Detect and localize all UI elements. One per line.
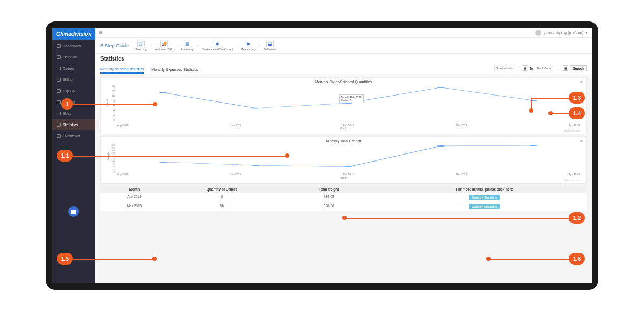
annotation-line: [73, 156, 286, 157]
annotation-line: [346, 218, 569, 219]
sidebar-chat-button[interactable]: [68, 206, 79, 217]
chat-icon: [71, 210, 76, 214]
svg-point-5: [159, 162, 167, 163]
tab-shipping-stats[interactable]: Monthly shipping statistics: [100, 65, 144, 74]
annotation-1-4: 1.4: [569, 107, 585, 119]
step-label: Add new SKU: [155, 48, 173, 51]
x-tick: Feb 2019: [343, 173, 354, 176]
sidebar-item-orders[interactable]: Orders: [52, 63, 95, 74]
tabs-row: Monthly shipping statistics Monthly Expe…: [95, 64, 592, 74]
annotation-dot: [342, 216, 347, 220]
y-ticks: 14121086420: [107, 85, 115, 121]
menu-toggle-icon[interactable]: ≡: [99, 30, 103, 35]
country-statistics-button[interactable]: Country Statistics: [469, 195, 500, 200]
to-label: To: [530, 67, 533, 70]
step-label: Create new ASN(Order): [202, 48, 233, 51]
chart-menu-icon[interactable]: ≡: [580, 80, 583, 85]
flag-icon: ▶: [245, 40, 252, 47]
sidebar-item-evaluation[interactable]: Evaluation: [52, 130, 95, 142]
sidebar-item-label: Top Up: [63, 89, 75, 93]
cell-month: Apr 2019: [100, 193, 169, 202]
chart-credit: Highcharts.com: [104, 179, 583, 182]
svg-point-6: [252, 165, 260, 166]
cart-icon: 🛒: [137, 40, 145, 47]
drop-icon: ◆: [214, 40, 221, 47]
sidebar-item-products[interactable]: Products: [52, 52, 95, 63]
setting-icon: [57, 100, 61, 104]
x-tick: Jan 2019: [230, 123, 241, 127]
products-icon: [57, 55, 61, 59]
chart-tooltip: Month: Feb 2019 Order: 7: [339, 94, 364, 103]
annotation-dot: [285, 153, 289, 158]
sidebar-item-label: Billing: [63, 78, 73, 82]
sidebar-item-label: Evaluation: [63, 134, 80, 138]
table-row: Mar 2019 56 328.36 Country Statistics: [100, 202, 587, 211]
tooltip-line2: Order: 7: [341, 99, 362, 102]
x-axis: Aug 2019 Jan 2019 Feb 2019 Mar 2019 Apr …: [117, 173, 580, 176]
sidebar-item-setting[interactable]: Setting: [52, 97, 95, 108]
svg-point-7: [344, 166, 353, 167]
search-button[interactable]: Search: [570, 65, 587, 71]
annotation-1-3: 1.3: [569, 92, 585, 104]
sidebar-item-label: Dashboard: [63, 44, 81, 48]
calendar-icon[interactable]: ▦: [523, 65, 528, 71]
x-tick: Apr 2019: [569, 123, 580, 127]
plot-area: [117, 144, 580, 171]
truck-icon: 🚚: [160, 40, 168, 47]
chevron-right-icon: ›: [197, 43, 199, 48]
svg-point-1: [252, 108, 260, 109]
step-label: Sourcing: [135, 48, 147, 51]
topup-icon: [57, 89, 61, 93]
box-icon: ⬓: [266, 40, 274, 47]
step-inventory[interactable]: ▦Inventory: [181, 40, 194, 51]
sidebar-item-dashboard[interactable]: Dashboard: [52, 40, 95, 52]
annotation-dot: [548, 111, 553, 115]
col-details: For more details, please click here: [382, 186, 587, 193]
sidebar-item-statistics[interactable]: Statistics: [52, 119, 95, 130]
annotation-dot: [529, 108, 533, 113]
tab-expenses-stats[interactable]: Monthly Expenses Statistics: [151, 66, 198, 73]
annotation-line: [552, 113, 569, 114]
cell-action: Country Statistics: [382, 202, 587, 211]
svg-point-0: [159, 92, 167, 93]
step-createasn[interactable]: ◆Create new ASN(Order): [202, 40, 233, 51]
annotation-dot: [152, 257, 157, 261]
x-tick: Aug 2019: [117, 123, 128, 127]
svg-point-4: [529, 100, 538, 101]
x-tick: Mar 2019: [456, 123, 467, 127]
step-addsku[interactable]: 🚚Add new SKU: [155, 40, 173, 51]
step-sourcing[interactable]: 🛒Sourcing: [135, 40, 147, 51]
plot-area: Month: Feb 2019 Order: 7: [117, 85, 580, 121]
chart-title: Monthly Order-Shipped Quantities: [104, 80, 583, 84]
annotation-line: [531, 98, 569, 99]
orders-icon: [57, 67, 61, 70]
cell-qty: 56: [169, 202, 275, 211]
country-statistics-button[interactable]: Country Statistics: [469, 204, 500, 209]
step-processing[interactable]: ▶Processing: [241, 40, 255, 51]
svg-point-9: [529, 145, 538, 146]
user-menu[interactable]: guan zhiqiang (preform) ▾: [535, 30, 588, 36]
calendar-icon: ▦: [184, 40, 191, 47]
annotation-line: [73, 259, 153, 260]
end-month-input[interactable]: [535, 65, 561, 71]
six-step-guide: 6-Step Guide 🛒Sourcing› 🚚Add new SKU› ▦I…: [95, 38, 592, 54]
start-month-input[interactable]: [494, 65, 521, 71]
chevron-down-icon: ▾: [586, 31, 588, 35]
sidebar-item-ebay[interactable]: Ebay: [52, 108, 95, 119]
chart-area: Order 14121086420 Month: Feb 2019 Order:…: [104, 85, 583, 127]
chart-area: Freight 2502252001751501251007550250 Aug…: [104, 144, 583, 176]
date-search-group: ▦ To ▦ Search: [494, 65, 587, 71]
user-name: guan zhiqiang (preform): [544, 31, 583, 34]
cell-action: Country Statistics: [382, 193, 587, 202]
x-tick: Apr 2019: [569, 173, 580, 176]
annotation-dot: [153, 102, 157, 106]
step-delivered[interactable]: ⬓Delivered: [264, 40, 276, 51]
dashboard-icon: [57, 44, 61, 48]
annotation-line: [73, 104, 153, 105]
sidebar-item-topup[interactable]: Top Up: [52, 85, 95, 97]
statistics-icon: [57, 123, 61, 127]
calendar-icon[interactable]: ▦: [563, 65, 568, 71]
sidebar-item-billing[interactable]: Billing: [52, 74, 95, 85]
annotation-line: [531, 98, 532, 109]
chart-menu-icon[interactable]: ≡: [580, 139, 583, 144]
